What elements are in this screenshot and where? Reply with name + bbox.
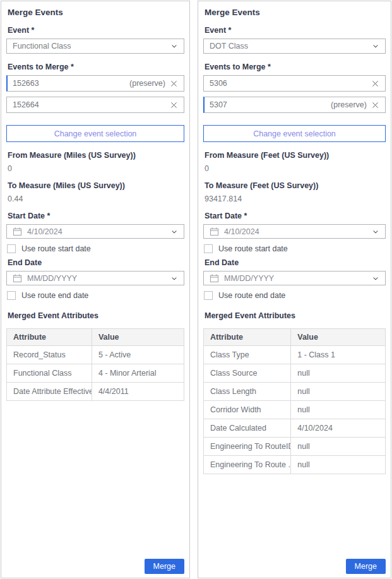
event-to-merge-input[interactable]: 152664 [6,97,184,113]
end-date-label: End Date [205,258,386,267]
events-to-merge-label: Events to Merge * [205,63,386,71]
attribute-cell: Engineering To Route ... [204,456,291,474]
use-route-start-date-checkbox[interactable] [7,244,16,253]
merge-button[interactable]: Merge [346,559,386,574]
attribute-cell: Class Type [204,346,291,364]
value-cell: 4 - Minor Arterial [92,364,184,383]
table-row: Class Source null [204,364,386,383]
end-date-placeholder: MM/DD/YYYY [27,274,77,283]
close-icon[interactable] [170,101,178,109]
attribute-cell: Engineering To RouteID [204,438,291,456]
event-to-merge-input[interactable]: 5306 [203,75,386,92]
merged-event-attributes-title: Merged Event Attributes [205,311,386,320]
table-row: Engineering To Route ... null [204,456,386,474]
event-id-value: 5306 [210,79,367,88]
event-id-value: 152664 [13,100,165,109]
start-date-label: Start Date * [8,212,184,220]
use-route-end-date-label: Use route end date [218,291,285,300]
table-row: Corridor Width null [204,401,386,419]
event-select[interactable]: Functional Class [6,39,184,54]
merge-events-workspace: Merge Events Event * Functional Class Ev… [0,0,392,579]
use-route-start-date-label: Use route start date [21,244,91,253]
to-measure-label: To Measure (Miles (US Survey)) [8,181,184,190]
close-icon[interactable] [371,80,379,88]
attribute-cell: Functional Class [7,364,92,383]
from-measure-value: 0 [8,164,184,173]
merge-button[interactable]: Merge [145,559,184,574]
change-event-selection-button[interactable]: Change event selection [6,125,184,142]
attribute-cell: Date Attribute Effective [7,383,92,401]
end-date-placeholder: MM/DD/YYYY [224,274,274,283]
use-route-end-date-row: Use route end date [204,291,386,300]
table-row: Date Attribute Effective 4/4/2011 [7,383,184,401]
use-route-end-date-checkbox[interactable] [7,291,16,300]
table-row: Functional Class 4 - Minor Arterial [7,364,184,383]
start-date-picker[interactable]: 4/10/2024 [6,224,184,239]
table-row: Date Calculated 4/10/2024 [204,419,386,438]
value-cell: null [291,364,386,383]
merged-event-attributes-title: Merged Event Attributes [8,311,184,320]
value-cell: 5 - Active [92,346,184,364]
merged-event-attributes-table: Attribute Value Record_Status 5 - Active… [6,328,184,401]
preserve-tag: (preserve) [129,79,165,88]
attribute-cell: Corridor Width [204,401,291,419]
from-measure-value: 0 [205,164,386,173]
chevron-down-icon [372,228,379,236]
value-cell: 4/10/2024 [291,419,386,438]
use-route-end-date-checkbox[interactable] [204,291,213,300]
value-cell: null [291,383,386,401]
use-route-start-date-row: Use route start date [204,244,386,253]
to-measure-value: 0.44 [8,194,184,203]
value-cell: null [291,456,386,474]
from-measure-label: From Measure (Feet (US Survey)) [205,151,386,160]
value-cell: 1 - Class 1 [291,346,386,364]
attribute-cell: Record_Status [7,346,92,364]
chevron-down-icon [170,42,178,50]
start-date-value: 4/10/2024 [27,227,62,236]
event-to-merge-input[interactable]: 5307 (preserve) [203,97,386,113]
attribute-cell: Class Length [204,383,291,401]
chevron-down-icon [372,275,379,282]
calendar-icon [210,273,219,283]
event-id-value: 152663 [13,79,129,88]
use-route-start-date-row: Use route start date [7,244,184,253]
value-cell: null [291,438,386,456]
use-route-start-date-checkbox[interactable] [204,244,213,253]
value-column-header: Value [92,329,184,346]
use-route-end-date-label: Use route end date [21,291,88,300]
calendar-icon [13,227,22,236]
table-row: Class Type 1 - Class 1 [204,346,386,364]
start-date-label: Start Date * [205,212,386,220]
change-event-selection-button[interactable]: Change event selection [203,125,386,142]
close-icon[interactable] [371,101,379,109]
event-label: Event * [8,26,184,35]
merge-events-panel-right: Merge Events Event * DOT Class Events to… [198,1,391,578]
start-date-value: 4/10/2024 [224,227,259,236]
value-cell: null [291,401,386,419]
to-measure-value: 93417.814 [205,194,386,203]
close-icon[interactable] [170,80,178,88]
value-column-header: Value [291,329,386,346]
from-measure-label: From Measure (Miles (US Survey)) [8,151,184,160]
preserve-tag: (preserve) [331,100,367,109]
merge-events-panel-left: Merge Events Event * Functional Class Ev… [1,1,190,578]
merged-event-attributes-table: Attribute Value Class Type 1 - Class 1 C… [203,328,386,474]
attribute-column-header: Attribute [7,329,92,346]
event-id-value: 5307 [210,100,331,109]
event-select[interactable]: DOT Class [203,39,386,54]
chevron-down-icon [170,228,178,236]
start-date-picker[interactable]: 4/10/2024 [203,224,386,239]
event-to-merge-input[interactable]: 152663 (preserve) [6,75,184,92]
calendar-icon [13,273,22,283]
use-route-start-date-label: Use route start date [218,244,288,253]
page-title: Merge Events [8,8,184,17]
end-date-picker[interactable]: MM/DD/YYYY [203,271,386,285]
end-date-picker[interactable]: MM/DD/YYYY [6,271,184,285]
table-row: Record_Status 5 - Active [7,346,184,364]
chevron-down-icon [372,42,379,50]
calendar-icon [210,227,219,236]
end-date-label: End Date [8,258,184,267]
event-select-value: DOT Class [210,42,248,51]
page-title: Merge Events [205,8,386,17]
attribute-cell: Class Source [204,364,291,383]
